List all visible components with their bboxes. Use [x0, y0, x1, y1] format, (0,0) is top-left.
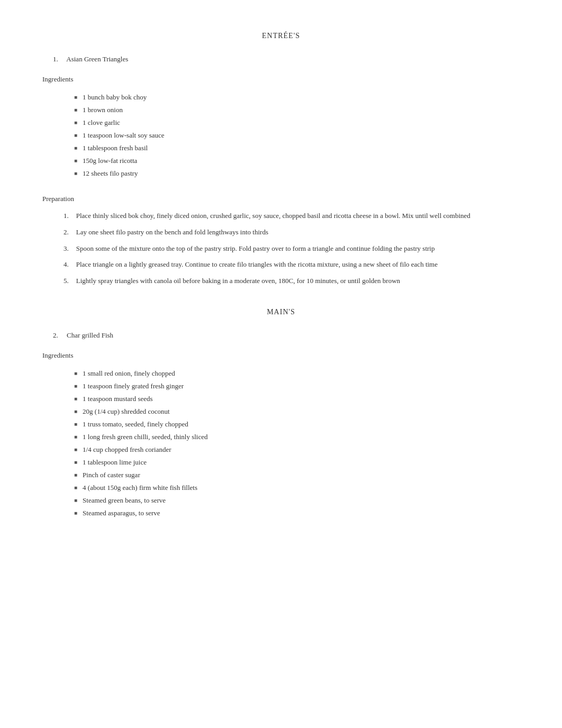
bullet-icon: ■ [74, 396, 77, 402]
entrees-title: ENTRÉE'S [42, 32, 520, 40]
ingredient-text: 12 sheets filo pastry [83, 169, 138, 178]
entrees-preparation-label: Preparation [42, 195, 520, 203]
bullet-icon: ■ [74, 170, 77, 176]
prep-step: Place triangle on a lightly greased tray… [76, 259, 438, 270]
list-item: 3.Spoon some of the mixture onto the top… [64, 243, 520, 254]
ingredient-text: 4 (about 150g each) firm white fish fill… [83, 484, 197, 492]
list-item: ■20g (1/4 cup) shredded coconut [74, 405, 520, 418]
entrees-preparation-section: Preparation 1.Place thinly sliced bok ch… [42, 195, 520, 287]
bullet-icon: ■ [74, 497, 77, 503]
entrees-ingredients-label: Ingredients [42, 75, 520, 84]
ingredient-text: 1 bunch baby bok choy [83, 93, 147, 102]
list-item: ■1 teaspoon low-salt soy sauce [74, 129, 520, 142]
bullet-icon: ■ [74, 120, 77, 125]
list-item: 2.Lay one sheet filo pastry on the bench… [64, 227, 520, 238]
bullet-icon: ■ [74, 485, 77, 490]
mains-recipe-title: 2. Char grilled Fish [42, 331, 520, 340]
list-item: ■1 truss tomato, seeded, finely chopped [74, 418, 520, 431]
bullet-icon: ■ [74, 421, 77, 427]
ingredient-text: 1 teaspoon finely grated fresh ginger [83, 382, 184, 390]
bullet-icon: ■ [74, 510, 77, 516]
ingredient-text: 20g (1/4 cup) shredded coconut [83, 407, 170, 416]
bullet-icon: ■ [74, 132, 77, 138]
mains-title: MAIN'S [42, 308, 520, 316]
list-item: ■1 teaspoon finely grated fresh ginger [74, 380, 520, 393]
prep-step: Place thinly sliced bok choy, finely dic… [76, 211, 470, 222]
mains-section: MAIN'S 2. Char grilled Fish Ingredients … [42, 308, 520, 520]
list-item: ■1 brown onion [74, 104, 520, 116]
entrees-section: ENTRÉE'S 1. Asian Green Triangles Ingred… [42, 32, 520, 287]
mains-recipe-name: Char grilled Fish [67, 331, 113, 339]
list-item: ■Steamed asparagus, to serve [74, 507, 520, 520]
list-item: ■12 sheets filo pastry [74, 167, 520, 180]
ingredient-text: 1/4 cup chopped fresh coriander [83, 445, 171, 454]
mains-ingredients-label: Ingredients [42, 351, 520, 360]
ingredient-text: Steamed asparagus, to serve [83, 509, 160, 517]
ingredient-text: 1 truss tomato, seeded, finely chopped [83, 420, 188, 429]
bullet-icon: ■ [74, 434, 77, 440]
entrees-recipe-block: 1. Asian Green Triangles [42, 55, 520, 63]
bullet-icon: ■ [74, 370, 77, 376]
bullet-icon: ■ [74, 408, 77, 414]
list-item: ■1 teaspoon mustard seeds [74, 393, 520, 405]
list-item: ■1 clove garlic [74, 116, 520, 129]
list-item: 1.Place thinly sliced bok choy, finely d… [64, 211, 520, 222]
bullet-icon: ■ [74, 158, 77, 163]
bullet-icon: ■ [74, 383, 77, 389]
entrees-ingredients-list: ■1 bunch baby bok choy ■1 brown onion ■1… [42, 91, 520, 180]
list-item: 4.Place triangle on a lightly greased tr… [64, 259, 520, 270]
mains-recipe-block: 2. Char grilled Fish [42, 331, 520, 340]
ingredient-text: 1 clove garlic [83, 119, 120, 127]
list-item: ■150g low-fat ricotta [74, 154, 520, 167]
prep-step: Lay one sheet filo pastry on the bench a… [76, 227, 268, 238]
list-item: 5.Lightly spray triangles with canola oi… [64, 276, 520, 287]
bullet-icon: ■ [74, 145, 77, 151]
list-item: ■1/4 cup chopped fresh coriander [74, 443, 520, 456]
list-item: ■1 long fresh green chilli, seeded, thin… [74, 431, 520, 443]
list-item: ■1 tablespoon fresh basil [74, 142, 520, 154]
mains-ingredients-section: Ingredients ■1 small red onion, finely c… [42, 351, 520, 520]
bullet-icon: ■ [74, 107, 77, 113]
bullet-icon: ■ [74, 459, 77, 465]
entrees-preparation-list: 1.Place thinly sliced bok choy, finely d… [42, 211, 520, 287]
ingredient-text: Pinch of caster sugar [83, 471, 140, 479]
bullet-icon: ■ [74, 472, 77, 478]
entrees-recipe-number: 1. [53, 55, 58, 63]
ingredient-text: 1 long fresh green chilli, seeded, thinl… [83, 433, 207, 441]
ingredient-text: Steamed green beans, to serve [83, 496, 166, 505]
ingredient-text: 1 small red onion, finely chopped [83, 369, 175, 378]
prep-step: Spoon some of the mixture onto the top o… [76, 243, 435, 254]
list-item: ■Pinch of caster sugar [74, 469, 520, 481]
list-item: ■1 tablespoon lime juice [74, 456, 520, 469]
ingredient-text: 150g low-fat ricotta [83, 157, 137, 165]
list-item: ■1 bunch baby bok choy [74, 91, 520, 104]
bullet-icon: ■ [74, 447, 77, 452]
ingredient-text: 1 teaspoon low-salt soy sauce [83, 131, 165, 140]
list-item: ■Steamed green beans, to serve [74, 494, 520, 507]
mains-ingredients-list: ■1 small red onion, finely chopped ■1 te… [42, 367, 520, 520]
prep-step: Lightly spray triangles with canola oil … [76, 276, 400, 287]
list-item: ■1 small red onion, finely chopped [74, 367, 520, 380]
list-item: ■4 (about 150g each) firm white fish fil… [74, 481, 520, 494]
ingredient-text: 1 tablespoon lime juice [83, 458, 147, 467]
bullet-icon: ■ [74, 94, 77, 100]
entrees-recipe-title: 1. Asian Green Triangles [42, 55, 520, 63]
ingredient-text: 1 teaspoon mustard seeds [83, 395, 153, 403]
ingredient-text: 1 tablespoon fresh basil [83, 144, 148, 152]
ingredient-text: 1 brown onion [83, 106, 123, 114]
mains-recipe-number: 2. [53, 331, 58, 339]
entrees-recipe-name: Asian Green Triangles [66, 55, 128, 63]
entrees-ingredients-section: Ingredients ■1 bunch baby bok choy ■1 br… [42, 75, 520, 180]
